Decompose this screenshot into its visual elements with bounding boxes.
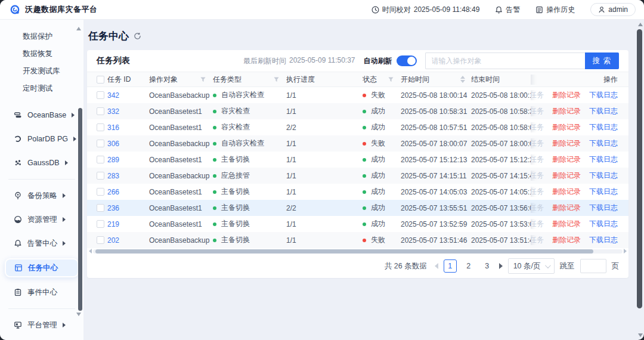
sidebar-item-dev-test-db[interactable]: 开发测试库 [0, 63, 83, 80]
hscroll-thumb[interactable] [95, 249, 593, 254]
task-id-link[interactable]: 306 [107, 140, 119, 148]
row-checkbox[interactable] [97, 204, 104, 212]
page-button-3[interactable]: 3 [481, 259, 494, 273]
task-id-link[interactable]: 289 [107, 156, 119, 164]
table-row[interactable]: 316 OceanBasetest1 容灾检查 2/2 成功 2025-05-0… [87, 119, 628, 135]
delete-record-action[interactable]: 删除记录 [552, 90, 581, 100]
table-row[interactable]: 332 OceanBasetest1 容灾检查 1/1 成功 2025-05-0… [87, 103, 628, 119]
row-checkbox[interactable] [97, 220, 104, 228]
stop-task-action[interactable]: 停止任务 [531, 187, 544, 197]
delete-record-action[interactable]: 删除记录 [552, 138, 581, 149]
sidebar-item-resource-mgmt[interactable]: 资源管理 [0, 208, 83, 231]
task-id-link[interactable]: 219 [107, 220, 119, 228]
task-id-link[interactable]: 266 [107, 188, 119, 196]
sidebar-item-gaussdb[interactable]: GaussDB [0, 151, 83, 175]
stop-task-action[interactable]: 停止任务 [531, 171, 544, 181]
table-row[interactable]: 266 OceanBasetest1 主备切换 1/1 成功 2025-05-0… [87, 184, 628, 200]
filter-icon[interactable] [274, 77, 279, 82]
download-log-action[interactable]: 下载日志 [589, 187, 618, 197]
table-row[interactable]: 342 OceanBasebackup 自动容灾检查 1/1 失败 2025-0… [87, 87, 628, 103]
search-button[interactable]: 搜 索 [585, 52, 619, 69]
sidebar-item-event-center[interactable]: 事件中心 [0, 280, 83, 304]
sidebar-item-data-recovery[interactable]: 数据恢复 [0, 45, 83, 63]
task-id-link[interactable]: 202 [107, 236, 119, 245]
table-row[interactable]: 202 OceanBasebackup 主备切换 1/1 失败 2025-05-… [87, 232, 628, 248]
filter-icon[interactable] [388, 77, 394, 82]
row-checkbox[interactable] [97, 123, 104, 131]
scroll-up-icon[interactable] [638, 23, 643, 26]
select-all-checkbox[interactable] [97, 76, 104, 84]
download-log-action[interactable]: 下载日志 [589, 171, 618, 181]
sidebar-item-alert-center[interactable]: 告警中心 [0, 231, 83, 255]
sidebar-item-platform-mgmt[interactable]: 平台管理 [0, 313, 83, 337]
table-row[interactable]: 236 OceanBasetest1 主备切换 2/2 成功 2025-05-0… [87, 200, 628, 216]
stop-task-action[interactable]: 停止任务 [531, 203, 544, 213]
stop-task-action[interactable]: 停止任务 [531, 90, 544, 100]
sidebar-item-data-protection[interactable]: 数据保护 [0, 28, 83, 45]
auto-refresh-toggle[interactable] [397, 55, 417, 66]
delete-record-action[interactable]: 删除记录 [552, 203, 581, 213]
sidebar-item-oceanbase[interactable]: OceanBase [0, 103, 83, 127]
brand[interactable]: 沃趣数据库灾备平台 [10, 4, 98, 15]
task-id-link[interactable]: 283 [107, 172, 119, 180]
delete-record-action[interactable]: 删除记录 [552, 122, 581, 132]
stop-task-action[interactable]: 停止任务 [531, 122, 544, 132]
stop-task-action[interactable]: 停止任务 [531, 106, 544, 116]
refresh-icon[interactable] [134, 32, 141, 40]
table-row[interactable]: 219 OceanBasetest1 主备切换 1/1 成功 2025-05-0… [87, 216, 628, 232]
row-checkbox[interactable] [97, 188, 104, 196]
download-log-action[interactable]: 下载日志 [589, 219, 618, 229]
row-checkbox[interactable] [97, 236, 104, 244]
sidebar-item-task-center[interactable]: 任务中心 [5, 258, 79, 277]
stop-task-action[interactable]: 停止任务 [531, 138, 544, 149]
scroll-left-icon[interactable] [89, 249, 92, 254]
delete-record-action[interactable]: 删除记录 [552, 187, 581, 197]
sidebar-item-scheduled-test[interactable]: 定时测试 [0, 80, 83, 97]
prev-page-icon[interactable] [435, 263, 438, 269]
delete-record-action[interactable]: 删除记录 [552, 154, 581, 165]
stop-task-action[interactable]: 停止任务 [531, 154, 544, 165]
download-log-action[interactable]: 下载日志 [589, 106, 618, 116]
stop-task-action[interactable]: 停止任务 [531, 235, 544, 245]
filter-icon[interactable] [200, 77, 206, 82]
delete-record-action[interactable]: 删除记录 [552, 106, 581, 116]
page-scrollbar-thumb[interactable] [637, 29, 642, 308]
row-checkbox[interactable] [97, 172, 104, 180]
row-checkbox[interactable] [97, 107, 104, 115]
table-row[interactable]: 289 OceanBasetest1 主备切换 1/1 成功 2025-05-0… [87, 152, 628, 168]
row-checkbox[interactable] [97, 140, 104, 147]
delete-record-action[interactable]: 删除记录 [552, 171, 581, 181]
next-page-icon[interactable] [499, 263, 503, 269]
table-row[interactable]: 283 OceanBasebackup 应急接管 1/1 成功 2025-05-… [87, 168, 628, 184]
task-id-link[interactable]: 316 [107, 123, 119, 132]
sidebar-item-backup-policy[interactable]: 备份策略 [0, 184, 83, 208]
stop-task-action[interactable]: 停止任务 [531, 219, 544, 229]
alerts-button[interactable]: 告警 [495, 5, 520, 15]
sidebar-scroll-down-icon[interactable] [76, 313, 81, 316]
scroll-right-icon[interactable] [624, 249, 627, 254]
history-button[interactable]: 操作历史 [535, 5, 575, 15]
page-button-1[interactable]: 1 [444, 259, 457, 273]
row-checkbox[interactable] [97, 91, 104, 99]
download-log-action[interactable]: 下载日志 [589, 138, 618, 149]
download-log-action[interactable]: 下载日志 [589, 90, 618, 100]
delete-record-action[interactable]: 删除记录 [552, 235, 581, 245]
task-id-link[interactable]: 332 [107, 107, 119, 116]
row-checkbox[interactable] [97, 156, 104, 163]
hscroll-track[interactable] [93, 249, 623, 254]
sidebar-item-polardb-pg[interactable]: PolarDB PG [0, 127, 83, 151]
sidebar-scroll-up-icon[interactable] [76, 27, 81, 30]
sidebar-scrollbar[interactable] [78, 108, 82, 311]
download-log-action[interactable]: 下载日志 [589, 235, 618, 245]
page-button-2[interactable]: 2 [462, 259, 475, 273]
download-log-action[interactable]: 下载日志 [589, 203, 618, 213]
task-id-link[interactable]: 342 [107, 91, 119, 100]
table-row[interactable]: 306 OceanBasebackup 自动容灾检查 1/1 失败 2025-0… [87, 135, 628, 152]
page-size-select[interactable]: 10 条/页 [508, 258, 555, 274]
scroll-down-icon[interactable] [638, 333, 643, 337]
delete-record-action[interactable]: 删除记录 [552, 219, 581, 229]
sort-icon[interactable] [460, 76, 465, 83]
search-input[interactable] [425, 52, 585, 69]
task-id-link[interactable]: 236 [107, 204, 119, 212]
user-menu[interactable]: admin [590, 3, 636, 16]
